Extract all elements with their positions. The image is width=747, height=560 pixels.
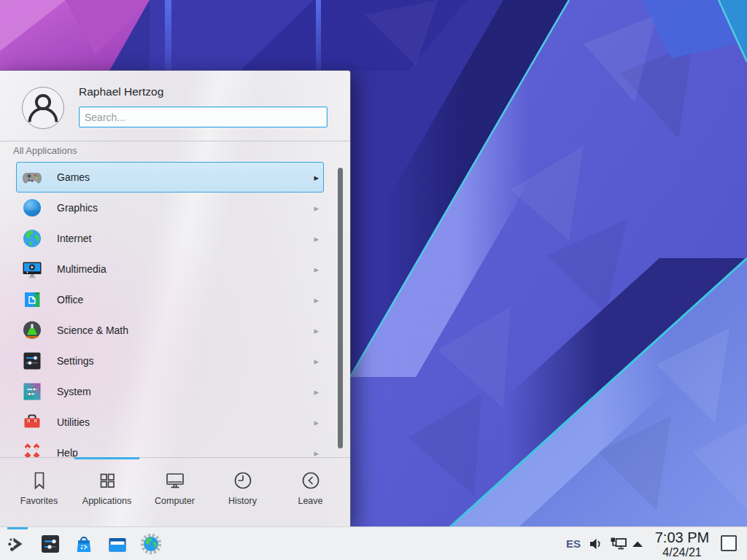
category-label: Help bbox=[57, 447, 78, 457]
submenu-arrow-icon bbox=[314, 265, 319, 274]
tab-computer[interactable]: Computer bbox=[141, 470, 209, 506]
category-label: Office bbox=[57, 294, 83, 306]
keyboard-layout-indicator[interactable]: ES bbox=[566, 527, 581, 560]
category-label: Utilities bbox=[57, 416, 90, 428]
media-screen-icon bbox=[20, 257, 44, 281]
submenu-arrow-icon bbox=[314, 418, 319, 427]
active-task-indicator bbox=[7, 527, 28, 529]
category-graphics[interactable]: Graphics bbox=[16, 192, 324, 223]
tab-history[interactable]: History bbox=[209, 470, 276, 506]
search-input[interactable] bbox=[79, 106, 328, 128]
header-separator bbox=[0, 141, 350, 141]
category-label: Graphics bbox=[57, 202, 98, 214]
tab-label: Computer bbox=[155, 496, 195, 506]
user-avatar bbox=[22, 87, 64, 129]
lifebuoy-icon bbox=[20, 441, 44, 457]
breadcrumb-all-applications: All Applications bbox=[13, 145, 77, 156]
category-utilities[interactable]: Utilities bbox=[16, 407, 324, 438]
category-internet[interactable]: Internet bbox=[16, 223, 324, 254]
discover-bag-icon bbox=[72, 532, 96, 556]
bookmark-icon bbox=[28, 470, 50, 491]
submenu-arrow-icon bbox=[314, 387, 319, 397]
show-desktop-button[interactable] bbox=[721, 535, 737, 551]
system-settings-launcher[interactable] bbox=[39, 532, 62, 556]
leave-icon bbox=[300, 470, 322, 491]
submenu-arrow-icon bbox=[314, 357, 319, 366]
category-multimedia[interactable]: Multimedia bbox=[16, 254, 324, 284]
tab-label: Favorites bbox=[20, 496, 58, 506]
category-games[interactable]: Games bbox=[16, 162, 324, 192]
tab-label: History bbox=[228, 496, 257, 506]
active-tab-indicator bbox=[74, 457, 139, 459]
volume-icon[interactable] bbox=[588, 536, 604, 552]
category-list: Games Graphics bbox=[0, 162, 350, 457]
gamepad-icon bbox=[20, 166, 44, 189]
category-label: Settings bbox=[57, 355, 94, 367]
expand-tray-icon[interactable] bbox=[632, 540, 643, 548]
submenu-arrow-icon bbox=[314, 448, 319, 458]
file-manager-launcher[interactable] bbox=[106, 532, 129, 556]
category-label: Internet bbox=[57, 233, 91, 244]
category-office[interactable]: Office bbox=[16, 284, 324, 315]
desktop: Raphael Hertzog All Applications Games bbox=[0, 0, 747, 560]
monitor-icon bbox=[164, 470, 186, 491]
documents-icon bbox=[20, 288, 44, 311]
list-scrollbar[interactable] bbox=[338, 168, 343, 448]
sliders-color-icon bbox=[20, 380, 44, 403]
category-label: System bbox=[57, 386, 91, 397]
tab-favorites[interactable]: Favorites bbox=[5, 470, 73, 506]
submenu-arrow-icon bbox=[314, 173, 319, 182]
user-name: Raphael Hertzog bbox=[79, 85, 163, 98]
blue-folder-icon bbox=[106, 532, 129, 556]
sliders-dark-icon bbox=[20, 349, 44, 373]
clock-time: 7:03 PM bbox=[650, 529, 714, 546]
application-launcher-button[interactable] bbox=[5, 532, 28, 556]
flask-icon bbox=[20, 319, 44, 342]
discover-launcher[interactable] bbox=[72, 532, 96, 556]
tab-leave[interactable]: Leave bbox=[276, 470, 344, 506]
clock-icon bbox=[232, 470, 254, 491]
globe-icon bbox=[20, 227, 44, 250]
category-settings[interactable]: Settings bbox=[16, 346, 324, 376]
category-science-math[interactable]: Science & Math bbox=[16, 315, 324, 346]
category-label: Games bbox=[57, 171, 90, 183]
category-help[interactable]: Help bbox=[16, 438, 324, 457]
submenu-arrow-icon bbox=[314, 295, 319, 305]
app-grid-icon bbox=[96, 470, 118, 491]
paint-sphere-icon bbox=[20, 196, 44, 219]
category-label: Science & Math bbox=[57, 324, 128, 336]
tab-label: Applications bbox=[82, 496, 131, 506]
tab-applications[interactable]: Applications bbox=[73, 470, 141, 506]
settings-sliders-icon bbox=[39, 532, 62, 556]
submenu-arrow-icon bbox=[314, 326, 319, 335]
submenu-arrow-icon bbox=[314, 203, 319, 213]
clock-date: 4/24/21 bbox=[650, 546, 714, 559]
category-system[interactable]: System bbox=[16, 376, 324, 407]
wired-network-icon[interactable] bbox=[610, 536, 627, 552]
tab-label: Leave bbox=[298, 496, 322, 506]
digital-clock[interactable]: 7:03 PM 4/24/21 bbox=[650, 529, 714, 559]
web-browser-launcher[interactable] bbox=[139, 532, 163, 556]
globe-gear-icon bbox=[139, 532, 163, 556]
toolbox-icon bbox=[20, 411, 44, 434]
submenu-arrow-icon bbox=[314, 234, 319, 244]
category-label: Multimedia bbox=[57, 263, 107, 275]
application-launcher-menu: Raphael Hertzog All Applications Games bbox=[0, 71, 350, 526]
launcher-tab-bar: Favorites Applications Computer bbox=[0, 457, 350, 526]
taskbar: ES 7:03 PM 4/24/21 bbox=[0, 526, 747, 560]
kde-launcher-icon bbox=[5, 532, 28, 556]
